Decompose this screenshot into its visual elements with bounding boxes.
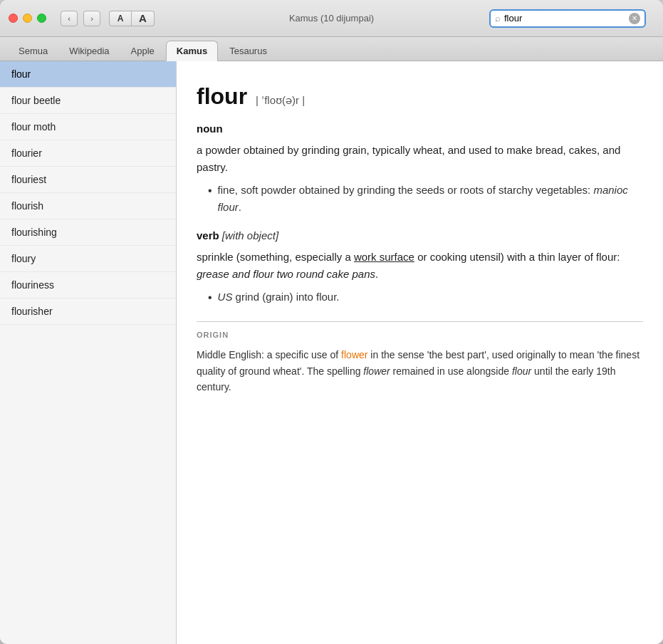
back-button[interactable]: ‹ bbox=[61, 11, 78, 26]
noun-definition: a powder obtained by grinding grain, typ… bbox=[197, 142, 643, 176]
close-button[interactable] bbox=[9, 14, 18, 23]
tab-semua[interactable]: Semua bbox=[9, 41, 58, 61]
flower-link[interactable]: flower bbox=[341, 349, 367, 360]
verb-qualifier-text: [with object] bbox=[222, 229, 278, 242]
work-surface-link[interactable]: work surface bbox=[354, 251, 414, 263]
origin-text: Middle English: a specific use of flower… bbox=[197, 347, 643, 395]
sidebar-item-flour-beetle[interactable]: flour beetle bbox=[0, 88, 176, 114]
sidebar: flour flour beetle flour moth flourier f… bbox=[0, 61, 177, 644]
sidebar-item-floury[interactable]: floury bbox=[0, 246, 176, 272]
tab-apple[interactable]: Apple bbox=[121, 41, 165, 61]
forward-button[interactable]: › bbox=[83, 11, 100, 26]
back-icon: ‹ bbox=[68, 14, 71, 23]
app-window: ‹ › A A Kamus (10 dijumpai) ⌕ ✕ Semua Wi… bbox=[0, 0, 663, 644]
origin-label: ORIGIN bbox=[197, 329, 643, 342]
font-increase-button[interactable]: A bbox=[132, 11, 155, 26]
noun-label: noun bbox=[197, 123, 223, 135]
noun-bullet-text: fine, soft powder obtained by grinding t… bbox=[218, 182, 643, 216]
verb-pos-label: verb [with object] bbox=[197, 227, 643, 244]
search-icon: ⌕ bbox=[495, 13, 501, 24]
tabs-bar: Semua Wikipedia Apple Kamus Tesaurus bbox=[0, 37, 663, 61]
search-input[interactable] bbox=[504, 13, 629, 24]
search-area: ⌕ ✕ bbox=[489, 9, 646, 28]
font-decrease-button[interactable]: A bbox=[109, 11, 132, 26]
tab-wikipedia[interactable]: Wikipedia bbox=[59, 41, 119, 61]
entry-header: flour | ˈfloʊ(ə)r | bbox=[197, 78, 643, 115]
search-box: ⌕ ✕ bbox=[489, 9, 646, 28]
sidebar-item-flour[interactable]: flour bbox=[0, 61, 176, 88]
sidebar-item-flouriness[interactable]: flouriness bbox=[0, 272, 176, 298]
sidebar-item-flourisher[interactable]: flourisher bbox=[0, 298, 176, 325]
verb-bullet-1: • US grind (grain) into flour. bbox=[208, 289, 643, 307]
titlebar: ‹ › A A Kamus (10 dijumpai) ⌕ ✕ bbox=[0, 0, 663, 37]
minimize-button[interactable] bbox=[23, 14, 32, 23]
maximize-button[interactable] bbox=[37, 14, 46, 23]
toolbar: ‹ › A A bbox=[61, 11, 155, 26]
verb-label: verb bbox=[197, 229, 219, 242]
main-area: flour flour beetle flour moth flourier f… bbox=[0, 61, 663, 644]
content-area: flour | ˈfloʊ(ə)r | noun a powder obtain… bbox=[177, 61, 663, 644]
entry-pronunciation: | ˈfloʊ(ə)r | bbox=[256, 92, 305, 109]
tab-tesaurus[interactable]: Tesaurus bbox=[219, 41, 277, 61]
bullet-icon: • bbox=[208, 182, 212, 216]
verb-definition: sprinkle (something, especially a work s… bbox=[197, 249, 643, 283]
origin-section: ORIGIN Middle English: a specific use of… bbox=[197, 321, 643, 395]
verb-section: verb [with object] sprinkle (something, … bbox=[197, 227, 643, 307]
sidebar-item-flour-moth[interactable]: flour moth bbox=[0, 114, 176, 140]
bullet-icon-2: • bbox=[208, 289, 212, 307]
font-size-controls: A A bbox=[109, 11, 155, 26]
origin-divider bbox=[197, 321, 643, 322]
verb-bullet-text: US grind (grain) into flour. bbox=[218, 289, 340, 307]
traffic-lights bbox=[9, 14, 46, 23]
sidebar-item-flouriest[interactable]: flouriest bbox=[0, 167, 176, 193]
sidebar-item-flourish[interactable]: flourish bbox=[0, 193, 176, 219]
entry-word: flour bbox=[197, 78, 247, 115]
window-title: Kamus (10 dijumpai) bbox=[289, 13, 374, 24]
sidebar-item-flourishing[interactable]: flourishing bbox=[0, 219, 176, 246]
sidebar-item-flourier[interactable]: flourier bbox=[0, 140, 176, 167]
noun-bullet-1: • fine, soft powder obtained by grinding… bbox=[208, 182, 643, 216]
noun-pos-label: noun bbox=[197, 120, 643, 137]
tab-kamus[interactable]: Kamus bbox=[166, 41, 218, 61]
noun-section: noun a powder obtained by grinding grain… bbox=[197, 120, 643, 216]
search-clear-button[interactable]: ✕ bbox=[629, 13, 640, 24]
forward-icon: › bbox=[90, 14, 93, 23]
